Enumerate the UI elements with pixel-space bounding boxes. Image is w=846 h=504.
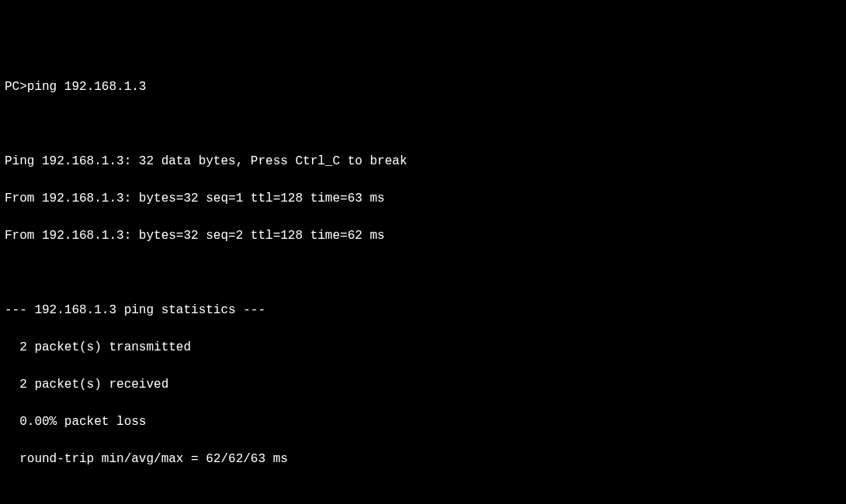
prompt: PC> [5, 80, 27, 94]
stats-header: --- 192.168.1.3 ping statistics --- [5, 301, 841, 319]
stats-line: 2 packet(s) received [5, 375, 841, 394]
ping-reply: From 192.168.1.3: bytes=32 seq=2 ttl=128… [5, 226, 841, 245]
command-text: ping 192.168.1.3 [27, 80, 147, 94]
ping-header: Ping 192.168.1.3: 32 data bytes, Press C… [5, 152, 841, 171]
ping-reply: From 192.168.1.3: bytes=32 seq=1 ttl=128… [5, 189, 841, 208]
stats-line: 0.00% packet loss [5, 413, 841, 431]
blank-line [5, 264, 841, 282]
stats-line: round-trip min/avg/max = 62/62/63 ms [5, 450, 841, 468]
blank-line [5, 115, 841, 133]
command-line-1: PC>ping 192.168.1.3 [5, 78, 841, 96]
blank-line [5, 487, 841, 504]
stats-line: 2 packet(s) transmitted [5, 338, 841, 357]
terminal-output[interactable]: PC>ping 192.168.1.3 Ping 192.168.1.3: 32… [5, 78, 841, 504]
